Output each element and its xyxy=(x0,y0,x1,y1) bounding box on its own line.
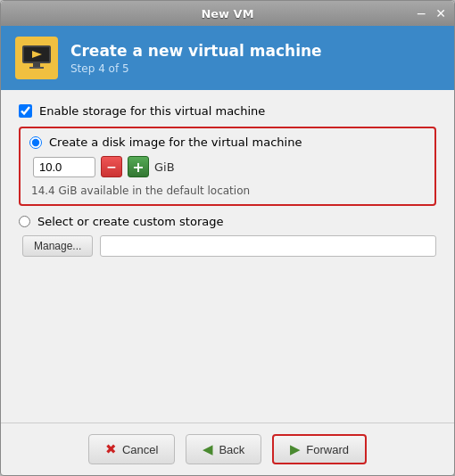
svg-rect-4 xyxy=(29,67,44,69)
forward-label: Forward xyxy=(306,443,349,456)
available-text: 14.4 GiB available in the default locati… xyxy=(29,185,426,197)
size-input[interactable] xyxy=(33,157,95,177)
enable-storage-checkbox[interactable] xyxy=(19,104,32,118)
main-window: New VM − ✕ Create a new virtual machine … xyxy=(0,0,455,476)
disk-image-label: Create a disk image for the virtual mach… xyxy=(49,135,302,149)
cancel-icon: ✖ xyxy=(105,441,117,457)
increment-button[interactable]: + xyxy=(128,156,149,177)
back-icon: ◀ xyxy=(203,441,213,457)
enable-storage-row: Enable storage for this virtual machine xyxy=(19,104,436,118)
back-label: Back xyxy=(219,443,244,456)
spacer xyxy=(19,266,436,408)
disk-image-radio[interactable] xyxy=(29,136,42,149)
manage-row: Manage... xyxy=(19,235,436,257)
disk-image-section: Create a disk image for the virtual mach… xyxy=(19,127,436,206)
forward-icon: ▶ xyxy=(290,441,301,457)
gib-label: GiB xyxy=(154,160,175,174)
header-text: Create a new virtual machine Step 4 of 5 xyxy=(70,42,322,75)
custom-storage-radio-row: Select or create custom storage xyxy=(19,215,436,228)
header-step: Step 4 of 5 xyxy=(70,62,322,75)
decrement-button[interactable]: − xyxy=(101,156,122,177)
vm-icon xyxy=(15,37,58,79)
header-title: Create a new virtual machine xyxy=(70,42,322,60)
titlebar: New VM − ✕ xyxy=(1,1,454,26)
titlebar-controls: − ✕ xyxy=(414,7,449,20)
cancel-label: Cancel xyxy=(122,443,158,456)
size-row: − + GiB xyxy=(29,156,426,177)
back-button[interactable]: ◀ Back xyxy=(186,434,261,464)
disk-image-radio-row: Create a disk image for the virtual mach… xyxy=(29,135,426,149)
manage-button[interactable]: Manage... xyxy=(22,235,93,257)
enable-storage-label: Enable storage for this virtual machine xyxy=(39,104,265,118)
header-banner: Create a new virtual machine Step 4 of 5 xyxy=(1,26,454,90)
minimize-button[interactable]: − xyxy=(414,7,430,20)
content-area: Enable storage for this virtual machine … xyxy=(1,90,454,423)
custom-storage-label: Select or create custom storage xyxy=(37,215,223,228)
custom-storage-section: Select or create custom storage Manage..… xyxy=(19,215,436,257)
forward-button[interactable]: ▶ Forward xyxy=(272,434,367,464)
footer: ✖ Cancel ◀ Back ▶ Forward xyxy=(1,423,454,475)
svg-rect-3 xyxy=(33,63,40,67)
window-title: New VM xyxy=(201,7,253,21)
storage-field[interactable] xyxy=(100,235,436,257)
custom-storage-radio[interactable] xyxy=(19,216,30,227)
cancel-button[interactable]: ✖ Cancel xyxy=(88,434,175,464)
monitor-icon xyxy=(21,42,53,74)
close-button[interactable]: ✕ xyxy=(433,7,449,20)
